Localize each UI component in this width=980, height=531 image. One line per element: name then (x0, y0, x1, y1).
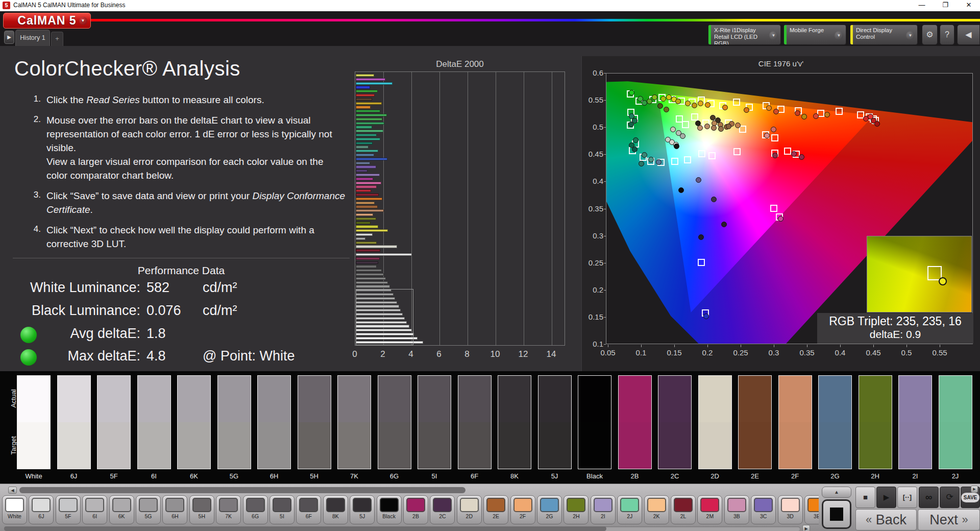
deltae-bar[interactable] (356, 253, 412, 256)
close-button[interactable]: ✕ (958, 0, 980, 11)
measured-point[interactable] (680, 133, 685, 139)
comparator-column[interactable] (738, 375, 772, 469)
deltae-bar[interactable] (356, 82, 393, 85)
deltae-bar[interactable] (356, 74, 374, 77)
target-square[interactable] (770, 205, 777, 212)
toolbar-expand-button[interactable]: ▶ (971, 486, 978, 493)
deltae-bar[interactable] (356, 285, 390, 287)
deltae-bar[interactable] (356, 225, 378, 228)
deltae-bar[interactable] (356, 222, 371, 224)
deltae-bar[interactable] (356, 165, 376, 168)
comparator-column[interactable] (378, 375, 411, 469)
measured-point[interactable] (703, 313, 709, 319)
deltae-bar[interactable] (356, 114, 387, 116)
comparator-column[interactable] (337, 375, 371, 469)
deltae-bar[interactable] (356, 202, 375, 204)
deltae-bar[interactable] (356, 110, 380, 112)
minimize-button[interactable]: — (911, 0, 933, 11)
deltae-bar[interactable] (356, 138, 380, 140)
workflow-dropdown[interactable]: Direct Display Control▼ (850, 25, 918, 45)
target-square[interactable] (733, 99, 740, 106)
measured-point[interactable] (721, 222, 727, 227)
workflow-dropdown[interactable]: Mobile Forge▼ (783, 25, 846, 45)
measured-point[interactable] (628, 122, 634, 127)
measured-point[interactable] (633, 137, 639, 143)
deltae-bar[interactable] (356, 118, 382, 120)
deltae-bar[interactable] (356, 170, 368, 172)
target-square[interactable] (771, 134, 778, 141)
refresh-button[interactable]: ⟳ (940, 487, 960, 508)
comparator-column[interactable] (658, 375, 692, 469)
chip-scrollbar-thumb[interactable] (19, 487, 465, 493)
pattern-window-up-button[interactable]: ▲ (822, 487, 851, 498)
deltae-bar[interactable] (356, 185, 377, 188)
measured-point[interactable] (711, 125, 717, 131)
deltae-bar[interactable] (356, 213, 373, 216)
patch-chip-button[interactable]: 6K (109, 495, 134, 524)
patch-chip-button[interactable]: 3E (804, 495, 819, 524)
comparator-column[interactable] (578, 375, 611, 469)
settings-button[interactable]: ⚙ (922, 25, 938, 45)
deltae-bar[interactable] (356, 106, 371, 108)
deltae-bar[interactable] (356, 198, 382, 200)
measured-point[interactable] (666, 94, 672, 100)
measured-point[interactable] (656, 159, 662, 165)
target-square[interactable] (691, 113, 698, 120)
deltae-bar[interactable] (356, 98, 372, 101)
comparator-column[interactable] (859, 375, 892, 469)
add-tab-button[interactable]: + (51, 32, 63, 46)
deltae-bar[interactable] (356, 245, 397, 248)
patch-chip-button[interactable]: 5J (350, 495, 375, 524)
patch-chip-button[interactable]: 2H (564, 495, 589, 524)
deltae-bar[interactable] (356, 130, 383, 132)
deltae-bar[interactable] (356, 194, 379, 196)
patch-chip-button[interactable]: 2M (697, 495, 722, 524)
comparator-column[interactable] (939, 375, 972, 469)
comparator-column[interactable] (97, 375, 131, 469)
comparator-column[interactable] (57, 375, 91, 469)
measured-point[interactable] (642, 152, 647, 158)
deltae-bar[interactable] (356, 242, 377, 244)
measured-point[interactable] (771, 127, 776, 132)
comparator-column[interactable] (177, 375, 211, 469)
patch-chip-button[interactable]: 2D (457, 495, 482, 524)
play-button[interactable]: ▶ (876, 487, 896, 508)
target-square[interactable] (698, 150, 705, 157)
target-square[interactable] (698, 259, 705, 266)
chip-scroll-right-button[interactable]: ▶ (802, 525, 810, 531)
next-button[interactable]: Next » (918, 509, 980, 530)
deltae-bar[interactable] (356, 229, 388, 232)
measured-point[interactable] (696, 177, 701, 183)
deltae-bar[interactable] (356, 261, 378, 264)
patch-chip-button[interactable]: 6H (162, 495, 187, 524)
deltae-bar[interactable] (356, 78, 385, 81)
patch-chip-button[interactable]: 2L (671, 495, 696, 524)
patch-chip-button[interactable]: 2F (510, 495, 535, 524)
deltae-bar[interactable] (356, 265, 377, 268)
patch-chip-button[interactable]: 6G (243, 495, 268, 524)
target-square[interactable] (684, 156, 691, 163)
measured-point[interactable] (642, 100, 647, 106)
stop-button[interactable]: ■ (855, 487, 875, 508)
comparator-column[interactable] (217, 375, 251, 469)
deltae-bar[interactable] (356, 142, 373, 144)
deltae-bar[interactable] (356, 182, 381, 184)
measured-point[interactable] (629, 90, 634, 95)
deltae-bar[interactable] (356, 189, 371, 192)
deltae-bar[interactable] (356, 134, 377, 136)
patch-chip-button[interactable]: 2I (591, 495, 616, 524)
help-button[interactable]: ? (940, 25, 954, 45)
measured-point[interactable] (657, 103, 663, 109)
measured-point[interactable] (799, 154, 804, 160)
collapse-panel-button[interactable]: ◀ (957, 25, 980, 45)
measured-point[interactable] (711, 197, 717, 202)
patch-chip-button[interactable]: 5I (270, 495, 295, 524)
comparator-column[interactable] (818, 375, 852, 469)
read-series-button[interactable]: [··] (897, 487, 917, 508)
deltae-bar[interactable] (356, 257, 380, 260)
deltae-bar[interactable] (356, 86, 370, 88)
patch-chip-button[interactable]: 3C (751, 495, 776, 524)
target-square[interactable] (708, 152, 716, 159)
measured-point[interactable] (647, 99, 652, 104)
target-square[interactable] (733, 148, 741, 155)
